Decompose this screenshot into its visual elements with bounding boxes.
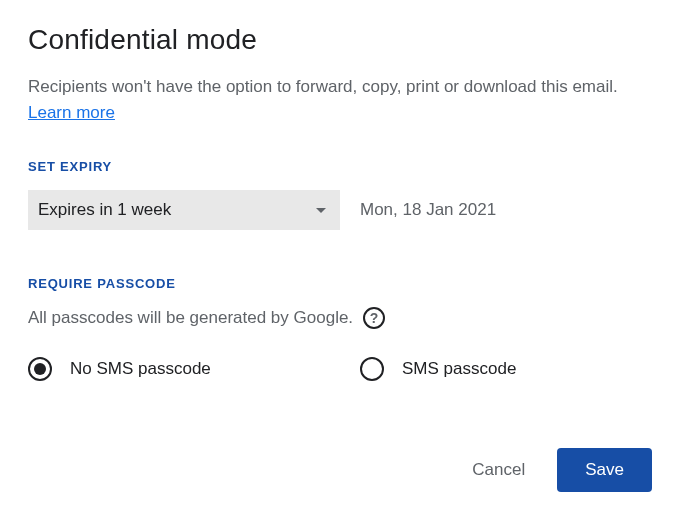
radio-button-icon <box>28 357 52 381</box>
dialog-title: Confidential mode <box>28 24 652 56</box>
passcode-subtext-row: All passcodes will be generated by Googl… <box>28 307 652 329</box>
cancel-button[interactable]: Cancel <box>472 460 525 480</box>
require-passcode-label: REQUIRE PASSCODE <box>28 276 652 291</box>
description-text: Recipients won't have the option to forw… <box>28 77 618 96</box>
expiry-date-text: Mon, 18 Jan 2021 <box>360 200 496 220</box>
radio-no-sms[interactable]: No SMS passcode <box>28 357 360 381</box>
dialog-description: Recipients won't have the option to forw… <box>28 74 652 125</box>
radio-sms-label: SMS passcode <box>402 359 516 379</box>
dialog-footer: Cancel Save <box>472 448 652 492</box>
chevron-down-icon <box>316 208 326 213</box>
radio-sms[interactable]: SMS passcode <box>360 357 516 381</box>
radio-button-icon <box>360 357 384 381</box>
save-button[interactable]: Save <box>557 448 652 492</box>
radio-no-sms-label: No SMS passcode <box>70 359 211 379</box>
help-icon[interactable]: ? <box>363 307 385 329</box>
passcode-radio-group: No SMS passcode SMS passcode <box>28 357 652 381</box>
set-expiry-label: SET EXPIRY <box>28 159 652 174</box>
expiry-dropdown-value: Expires in 1 week <box>38 200 171 220</box>
learn-more-link[interactable]: Learn more <box>28 103 115 122</box>
radio-selected-dot <box>34 363 46 375</box>
passcode-subtext: All passcodes will be generated by Googl… <box>28 308 353 328</box>
expiry-row: Expires in 1 week Mon, 18 Jan 2021 <box>28 190 652 230</box>
expiry-dropdown[interactable]: Expires in 1 week <box>28 190 340 230</box>
